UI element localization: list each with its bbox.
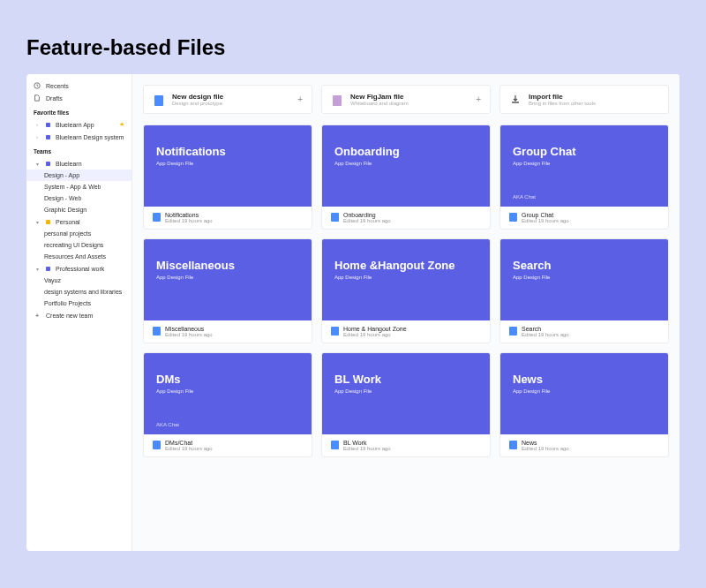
file-grid: NotificationsApp Design FileNotification… bbox=[143, 124, 669, 457]
action-subtitle: Design and prototype bbox=[172, 101, 290, 106]
sidebar-team-header[interactable]: ▾Personal bbox=[26, 215, 131, 228]
sidebar-project-item[interactable]: Graphic Design bbox=[26, 204, 131, 215]
thumb-title: Onboarding bbox=[334, 145, 477, 158]
sidebar-team-header[interactable]: ▾Professional work bbox=[26, 262, 131, 275]
project-label: recreating UI Designs bbox=[44, 242, 103, 248]
file-thumbnail: NewsApp Design File bbox=[500, 353, 668, 434]
color-dot-icon bbox=[46, 267, 50, 271]
file-meta: Home & Hangout ZoneEdited 19 hours ago bbox=[322, 320, 490, 343]
design-file-icon bbox=[509, 213, 517, 222]
file-card[interactable]: Home &Hangout ZoneApp Design FileHome & … bbox=[321, 238, 491, 343]
sidebar-section-teams: Teams bbox=[26, 143, 131, 157]
sidebar-project-item[interactable]: design systems and libraries bbox=[26, 286, 131, 298]
file-edited: Edited 19 hours ago bbox=[343, 332, 481, 337]
action-card-import[interactable]: Import fileBring in files from other too… bbox=[499, 85, 669, 114]
thumb-subtitle: App Design File bbox=[156, 275, 299, 280]
sidebar-section-favorites: Favorite files bbox=[26, 104, 131, 118]
sidebar-project-item[interactable]: Portfolio Projects bbox=[26, 298, 131, 309]
file-card[interactable]: OnboardingApp Design FileOnboardingEdite… bbox=[321, 124, 491, 230]
chevron-down-icon: ▾ bbox=[34, 265, 41, 272]
favorite-label: Bluelearn App bbox=[56, 122, 94, 128]
file-card[interactable]: Group ChatApp Design FileAKA ChatGroup C… bbox=[499, 124, 669, 230]
project-label: Design - Web bbox=[44, 195, 81, 201]
file-card[interactable]: BL WorkApp Design FileBL WorkEdited 19 h… bbox=[321, 352, 491, 457]
thumb-subtitle: App Design File bbox=[334, 388, 477, 394]
sidebar-project-item[interactable]: Design - Web bbox=[26, 192, 131, 204]
thumb-subtitle: App Design File bbox=[334, 275, 477, 280]
file-thumbnail: Home &Hangout ZoneApp Design File bbox=[322, 239, 490, 320]
sidebar-project-item[interactable]: Vayuz bbox=[26, 275, 131, 286]
file-card[interactable]: NotificationsApp Design FileNotification… bbox=[143, 124, 312, 230]
sidebar-project-item[interactable]: Resources And Assets bbox=[26, 251, 131, 262]
file-meta: NewsEdited 19 hours ago bbox=[500, 434, 668, 456]
sidebar-drafts[interactable]: Drafts bbox=[26, 92, 131, 104]
design-icon bbox=[153, 94, 165, 106]
chevron-down-icon: ▾ bbox=[34, 160, 41, 167]
action-subtitle: Whiteboard and diagram bbox=[350, 101, 469, 106]
chevron-down-icon: ▾ bbox=[34, 218, 41, 225]
file-card[interactable]: NewsApp Design FileNewsEdited 19 hours a… bbox=[499, 352, 669, 457]
action-title: New FigJam file bbox=[350, 93, 469, 101]
file-edited: Edited 19 hours ago bbox=[165, 332, 303, 337]
file-edited: Edited 19 hours ago bbox=[522, 218, 659, 223]
file-thumbnail: DMsApp Design FileAKA Chat bbox=[144, 353, 312, 434]
sidebar-favorite-item[interactable]: ›Bluelearn App★ bbox=[26, 118, 131, 131]
file-name: Notifications bbox=[165, 212, 303, 218]
sidebar-project-item[interactable]: Design - App bbox=[26, 170, 131, 181]
action-card-design[interactable]: New design fileDesign and prototype+ bbox=[143, 85, 312, 114]
design-file-icon bbox=[331, 441, 339, 449]
team-label: Professional work bbox=[56, 266, 104, 272]
project-label: personal projects bbox=[44, 230, 91, 237]
file-edited: Edited 19 hours ago bbox=[522, 446, 659, 451]
thumb-subtitle: App Design File bbox=[334, 161, 477, 166]
action-card-figjam[interactable]: New FigJam fileWhiteboard and diagram+ bbox=[321, 85, 491, 114]
sidebar-favorite-item[interactable]: ›Bluelearn Design system bbox=[26, 131, 131, 143]
thumb-subtitle: App Design File bbox=[156, 388, 299, 394]
sidebar-recents-label: Recents bbox=[46, 83, 69, 89]
thumb-title: Home &Hangout Zone bbox=[334, 259, 477, 272]
file-card[interactable]: DMsApp Design FileAKA ChatDMs/ChatEdited… bbox=[143, 352, 312, 457]
sidebar-team-header[interactable]: ▾Bluelearn bbox=[26, 157, 131, 170]
page-title: Feature-based Files bbox=[26, 35, 680, 60]
project-label: Resources And Assets bbox=[44, 253, 106, 260]
file-edited: Edited 19 hours ago bbox=[522, 332, 659, 337]
file-edited: Edited 19 hours ago bbox=[165, 218, 303, 223]
sidebar-create-team[interactable]: + Create new team bbox=[26, 309, 131, 321]
file-name: Search bbox=[522, 326, 659, 332]
thumb-title: DMs bbox=[156, 373, 299, 386]
file-card[interactable]: SearchApp Design FileSearchEdited 19 hou… bbox=[499, 238, 669, 343]
file-thumbnail: Group ChatApp Design FileAKA Chat bbox=[500, 125, 668, 207]
design-file-icon bbox=[509, 327, 517, 335]
color-dot-icon bbox=[46, 220, 50, 224]
file-thumbnail: MiscellaneousApp Design File bbox=[144, 239, 312, 320]
sidebar-project-item[interactable]: recreating UI Designs bbox=[26, 239, 131, 251]
project-label: design systems and libraries bbox=[44, 289, 122, 295]
file-meta: SearchEdited 19 hours ago bbox=[500, 320, 668, 343]
team-label: Bluelearn bbox=[56, 161, 82, 167]
file-icon bbox=[34, 94, 41, 102]
file-thumbnail: BL WorkApp Design File bbox=[322, 353, 490, 434]
project-label: System - App & Web bbox=[44, 184, 101, 190]
color-dot-icon bbox=[46, 162, 50, 166]
sidebar-project-item[interactable]: personal projects bbox=[26, 228, 131, 239]
thumb-subtitle: App Design File bbox=[513, 161, 656, 166]
file-card[interactable]: MiscellaneousApp Design FileMiscellaneou… bbox=[143, 238, 312, 343]
thumb-subtitle: App Design File bbox=[513, 275, 656, 280]
thumb-title: Miscellaneous bbox=[156, 259, 299, 272]
clock-icon bbox=[34, 82, 41, 89]
project-label: Portfolio Projects bbox=[44, 300, 91, 306]
favorite-label: Bluelearn Design system bbox=[56, 134, 124, 140]
file-meta: NotificationsEdited 19 hours ago bbox=[144, 207, 312, 229]
action-subtitle: Bring in files from other tools bbox=[529, 101, 659, 106]
sidebar-recents[interactable]: Recents bbox=[26, 79, 131, 92]
sidebar-create-team-label: Create new team bbox=[46, 313, 93, 319]
file-name: News bbox=[522, 440, 659, 446]
action-row: New design fileDesign and prototype+New … bbox=[143, 85, 669, 114]
file-edited: Edited 19 hours ago bbox=[343, 446, 481, 451]
sidebar-project-item[interactable]: System - App & Web bbox=[26, 181, 131, 192]
thumb-aka: AKA Chat bbox=[513, 194, 536, 200]
file-thumbnail: SearchApp Design File bbox=[500, 239, 668, 320]
file-edited: Edited 19 hours ago bbox=[343, 218, 481, 223]
file-meta: OnboardingEdited 19 hours ago bbox=[322, 207, 490, 229]
chevron-icon: › bbox=[34, 121, 41, 128]
